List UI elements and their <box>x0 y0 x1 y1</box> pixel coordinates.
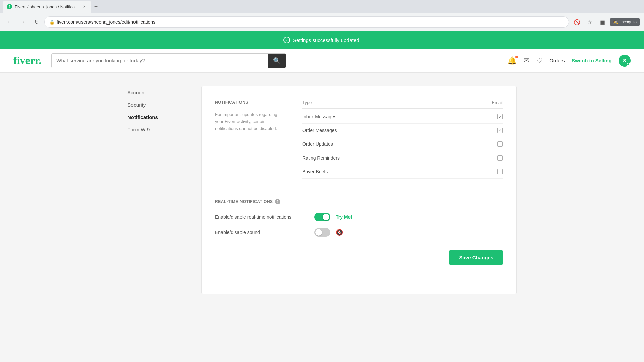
success-message: Settings successfully updated. <box>293 37 361 43</box>
sidebar-item-account[interactable]: Account <box>127 86 188 99</box>
notif-label-inbox: Inbox Messages <box>302 114 336 119</box>
notifications-description: For important updates regarding your Fiv… <box>215 111 282 132</box>
realtime-toggle-notifications[interactable] <box>314 213 330 221</box>
realtime-title: REAL-TIME NOTIFICATIONS ? <box>215 199 503 204</box>
success-banner: ✓ Settings successfully updated. <box>0 31 644 49</box>
search-bar: 🔍 <box>51 53 286 68</box>
checkbox-order-messages[interactable] <box>497 128 503 133</box>
checkbox-rating-input[interactable] <box>497 155 503 161</box>
fiverr-header: fiverr. 🔍 🔔 ✉ ♡ Orders Switch to Selling… <box>0 49 644 73</box>
notif-label-order-updates: Order Updates <box>302 141 333 147</box>
tab-title: Fiverr / sheena_jones / Notifica... <box>15 4 78 9</box>
col-email-header: Email <box>492 100 503 105</box>
tab-close-button[interactable]: × <box>81 4 87 10</box>
checkbox-rating[interactable] <box>497 155 503 161</box>
notifications-header: Type Email <box>302 100 503 109</box>
forward-button[interactable]: → <box>17 17 28 27</box>
notifications-section: NOTIFICATIONS For important updates rega… <box>215 100 503 179</box>
search-button[interactable]: 🔍 <box>268 54 286 68</box>
address-text: fiverr.com/users/sheena_jones/edit/notif… <box>57 19 155 25</box>
favorites-button[interactable]: ♡ <box>536 56 543 65</box>
back-button[interactable]: ← <box>4 17 15 27</box>
incognito-label: Incognito <box>620 20 637 24</box>
main-panel: NOTIFICATIONS For important updates rega… <box>201 86 517 294</box>
notif-label-rating: Rating Reminders <box>302 155 340 161</box>
browser-tabs: f Fiverr / sheena_jones / Notifica... × … <box>0 0 644 13</box>
refresh-button[interactable]: ↻ <box>31 17 42 27</box>
notif-row-order-messages: Order Messages <box>302 124 503 137</box>
realtime-row-notifications: Enable/disable real-time notifications T… <box>215 213 503 221</box>
notifications-section-title: NOTIFICATIONS <box>215 100 282 105</box>
lock-icon: 🔒 <box>49 20 55 25</box>
checkbox-order-updates[interactable] <box>497 141 503 147</box>
eye-off-icon[interactable]: 🚫 <box>572 17 582 27</box>
sidebar-item-security[interactable]: Security <box>127 99 188 111</box>
success-check-icon: ✓ <box>283 37 290 43</box>
header-icons: 🔔 ✉ ♡ Orders Switch to Selling S <box>507 55 631 67</box>
browser-actions: 🚫 ☆ ▣ 🕵 Incognito <box>572 17 640 27</box>
notif-row-inbox: Inbox Messages <box>302 110 503 124</box>
incognito-badge: 🕵 Incognito <box>610 18 640 26</box>
checkbox-inbox[interactable] <box>497 114 503 119</box>
realtime-help-icon[interactable]: ? <box>275 199 280 204</box>
notification-dot <box>515 56 518 58</box>
notif-label-buyer-briefs: Buyer Briefs <box>302 169 328 174</box>
realtime-section: REAL-TIME NOTIFICATIONS ? Enable/disable… <box>215 199 503 237</box>
checkbox-order-messages-input[interactable] <box>497 128 503 133</box>
notif-row-order-updates: Order Updates <box>302 137 503 151</box>
realtime-label-sound: Enable/disable sound <box>215 230 309 235</box>
realtime-toggle-sound[interactable] <box>314 228 330 237</box>
fiverr-logo[interactable]: fiverr. <box>13 54 41 67</box>
extension-icon[interactable]: ▣ <box>597 17 608 27</box>
save-area: Save Changes <box>215 250 503 265</box>
sidebar-item-form-w9[interactable]: Form W-9 <box>127 123 188 136</box>
toggle-knob <box>323 214 329 220</box>
search-input[interactable] <box>52 54 268 68</box>
messages-button[interactable]: ✉ <box>523 56 529 65</box>
sound-icon: 🔇 <box>336 229 343 236</box>
notifications-desc: NOTIFICATIONS For important updates rega… <box>215 100 282 179</box>
checkbox-buyer-briefs[interactable] <box>497 169 503 174</box>
save-changes-button[interactable]: Save Changes <box>449 250 503 265</box>
checkbox-buyer-briefs-input[interactable] <box>497 169 503 174</box>
checkbox-order-updates-input[interactable] <box>497 141 503 147</box>
page-content: Account Security Notifications Form W-9 … <box>121 73 523 307</box>
address-bar[interactable]: 🔒 fiverr.com/users/sheena_jones/edit/not… <box>44 16 569 28</box>
realtime-row-sound: Enable/disable sound 🔇 <box>215 228 503 237</box>
notifications-table: Type Email Inbox Messages Order Messages <box>302 100 503 179</box>
toggle-knob-sound <box>315 229 322 236</box>
sidebar: Account Security Notifications Form W-9 <box>127 86 188 294</box>
try-me-link[interactable]: Try Me! <box>336 214 352 220</box>
checkbox-inbox-input[interactable] <box>497 114 503 119</box>
realtime-label-notifications: Enable/disable real-time notifications <box>215 214 309 220</box>
section-divider <box>215 189 503 189</box>
notif-row-rating: Rating Reminders <box>302 151 503 165</box>
sidebar-item-notifications[interactable]: Notifications <box>127 111 188 123</box>
col-type-header: Type <box>302 100 312 105</box>
tab-favicon: f <box>7 4 12 9</box>
browser-chrome: f Fiverr / sheena_jones / Notifica... × … <box>0 0 644 31</box>
bookmark-icon[interactable]: ☆ <box>584 17 595 27</box>
user-avatar[interactable]: S <box>619 55 631 67</box>
orders-link[interactable]: Orders <box>549 58 565 63</box>
switch-to-selling-button[interactable]: Switch to Selling <box>572 58 612 63</box>
notif-row-buyer-briefs: Buyer Briefs <box>302 165 503 179</box>
online-indicator <box>627 63 630 66</box>
notif-label-order-messages: Order Messages <box>302 128 337 133</box>
browser-toolbar: ← → ↻ 🔒 fiverr.com/users/sheena_jones/ed… <box>0 13 644 31</box>
notifications-button[interactable]: 🔔 <box>507 56 517 65</box>
new-tab-button[interactable]: + <box>91 2 101 11</box>
active-tab[interactable]: f Fiverr / sheena_jones / Notifica... × <box>3 1 91 13</box>
